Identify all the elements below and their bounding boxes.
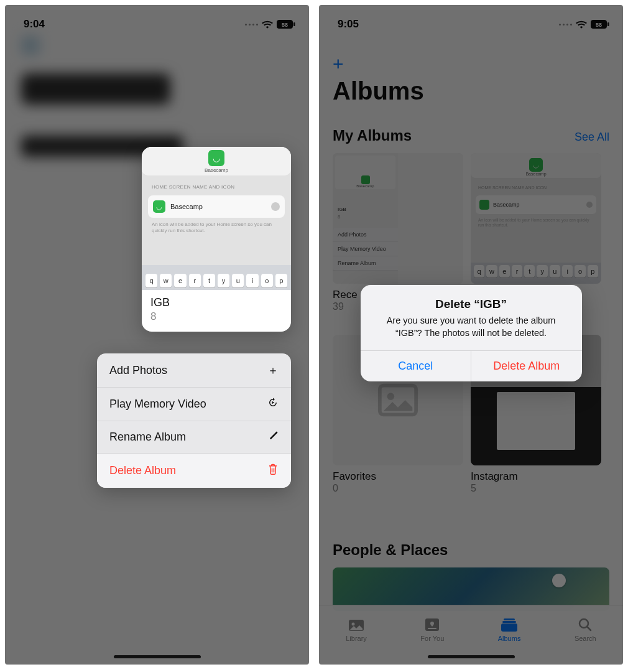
album-name: Favorites [333, 470, 463, 483]
menu-rename-album[interactable]: Rename Album [97, 421, 291, 454]
plus-icon: + [333, 54, 344, 74]
alert-message: Are you sure you want to delete the albu… [374, 315, 568, 339]
trash-icon [267, 463, 279, 478]
add-album-button[interactable]: + [333, 54, 344, 75]
menu-delete-album[interactable]: Delete Album [97, 454, 291, 488]
pencil-icon [269, 431, 279, 444]
kb-key: p [275, 274, 287, 287]
albums-icon [501, 617, 518, 632]
alert-cancel-button[interactable]: Cancel [361, 351, 472, 381]
kb-key: w [160, 274, 172, 287]
basecamp-app-icon: ◡ [208, 150, 224, 166]
kb-key: e [174, 274, 186, 287]
blurred-background [5, 5, 309, 665]
album-thumbnail: ◡ Basecamp HOME SCREEN NAME AND ICON ◡ B… [142, 147, 291, 290]
clear-icon [271, 202, 280, 211]
kb-key: u [232, 274, 244, 287]
library-icon [348, 617, 365, 632]
context-menu: Add Photos ＋ Play Memory Video Rename Al… [97, 353, 291, 488]
menu-add-photos[interactable]: Add Photos ＋ [97, 353, 291, 388]
kb-key: y [218, 274, 229, 287]
mini-album-name: IGB [338, 207, 346, 212]
basecamp-mini-icon: ◡ [153, 200, 165, 213]
section-title-people-places: People & Places [333, 541, 448, 559]
mini-album-count: 8 [338, 214, 340, 220]
tab-label: For You [420, 635, 444, 642]
kb-key: o [261, 274, 273, 287]
tab-albums[interactable]: Albums [498, 617, 521, 642]
alert-title: Delete “IGB” [374, 297, 568, 311]
menu-label: Rename Album [109, 431, 186, 444]
album-name: Instagram [471, 470, 601, 483]
mini-app-label: Basecamp [356, 184, 374, 188]
tab-for-you[interactable]: For You [420, 617, 444, 642]
menu-label: Delete Album [109, 464, 176, 477]
alert-delete-button[interactable]: Delete Album [471, 351, 582, 381]
kb-key: t [203, 274, 215, 287]
tab-label: Search [575, 635, 596, 642]
cellular-dots-icon [559, 24, 572, 26]
svg-point-7 [387, 393, 395, 400]
delete-confirm-alert: Delete “IGB” Are you sure you want to de… [361, 285, 582, 381]
album-count: 5 [471, 483, 601, 494]
album-preview-card[interactable]: ◡ Basecamp HOME SCREEN NAME AND ICON ◡ B… [142, 147, 291, 332]
see-all-link[interactable]: See All [575, 131, 609, 144]
wifi-icon [576, 20, 587, 29]
album-name: IGB [150, 296, 282, 309]
search-icon [576, 617, 594, 632]
menu-label: Play Memory Video [109, 398, 206, 411]
for-you-icon [423, 617, 441, 632]
section-title-my-albums: My Albums [333, 127, 412, 144]
thumb-row-label: Basecamp [170, 203, 203, 210]
keyboard-preview: q w e r t y u i o p [142, 265, 291, 290]
photo-placeholder-icon [376, 378, 420, 422]
plus-icon: ＋ [267, 363, 279, 378]
status-time: 9:05 [338, 18, 359, 30]
status-icons: 58 [559, 20, 609, 29]
svg-rect-4 [607, 22, 609, 26]
battery-icon: 58 [591, 20, 609, 29]
menu-play-memory-video[interactable]: Play Memory Video [97, 388, 291, 421]
album-count: 0 [333, 483, 463, 494]
kb-key: r [189, 274, 201, 287]
svg-rect-14 [501, 623, 517, 632]
screenshot-right: 9:05 58 + Albums My Albums See All [319, 5, 623, 665]
home-indicator[interactable] [114, 655, 201, 658]
svg-rect-13 [502, 621, 516, 623]
album-thumbnail: Basecamp IGB 8 Add Photos+ Play Memory V… [333, 153, 463, 284]
thumb-section-label: HOME SCREEN NAME AND ICON [152, 184, 234, 190]
svg-line-16 [587, 627, 591, 630]
home-indicator[interactable] [428, 655, 515, 658]
album-thumbnail: ◡ Basecamp HOME SCREEN NAME AND ICON Bas… [471, 153, 601, 284]
tab-search[interactable]: Search [575, 617, 596, 642]
thumb-hint-text: An icon will be added to your Home scree… [152, 222, 281, 235]
svg-rect-12 [504, 618, 515, 620]
screenshot-left: 9:04 58 ◡ Basecamp HOME SCREEN NAME AND … [5, 5, 309, 665]
tab-label: Library [346, 635, 367, 642]
status-bar: 9:05 58 [319, 5, 623, 36]
svg-point-9 [352, 622, 355, 625]
kb-key: q [145, 274, 157, 287]
svg-rect-11 [428, 628, 436, 629]
page-title: Albums [333, 77, 424, 105]
album-count: 8 [150, 310, 282, 323]
map-pin-icon [552, 574, 566, 587]
tab-library[interactable]: Library [346, 617, 367, 642]
tab-label: Albums [498, 635, 521, 642]
svg-text:58: 58 [596, 22, 602, 28]
menu-label: Add Photos [109, 364, 167, 377]
replay-icon [267, 397, 279, 411]
kb-key: i [246, 274, 258, 287]
thumb-app-label: Basecamp [205, 167, 228, 173]
